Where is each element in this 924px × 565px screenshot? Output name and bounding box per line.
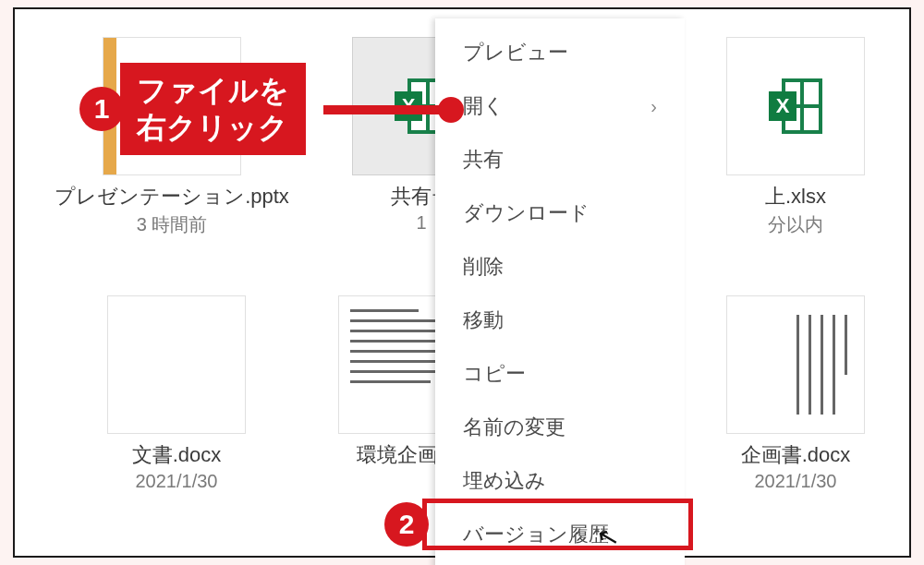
annotation-number-badge-2: 2 — [384, 502, 429, 547]
file-item[interactable]: 文書.docx 2021/1/30 — [84, 295, 269, 492]
xlsx-icon: X — [769, 78, 822, 134]
file-time: 3 時間前 — [52, 212, 292, 237]
file-name: 文書.docx — [84, 441, 269, 469]
ctx-item-preview[interactable]: プレビュー — [435, 26, 685, 79]
file-name: 上.xlsx — [694, 183, 897, 210]
ctx-item-share[interactable]: 共有 — [435, 133, 685, 186]
ctx-item-version-history[interactable]: バージョン履歴 — [435, 508, 685, 561]
annotation-label: ファイルを 右クリック — [120, 63, 306, 155]
annotation-arrow-dot — [438, 97, 464, 123]
ctx-item-download[interactable]: ダウンロード — [435, 186, 685, 240]
file-name: 企画書.docx — [694, 441, 897, 469]
ctx-item-details[interactable]: 詳細 — [435, 561, 685, 565]
file-time: 2021/1/30 — [84, 471, 269, 492]
annotation-number-badge: 1 — [79, 87, 124, 131]
file-thumbnail-xlsx: X — [726, 37, 865, 175]
file-time: 2021/1/30 — [694, 471, 897, 492]
ctx-item-open[interactable]: 開く › — [435, 79, 685, 133]
file-name: プレゼンテーション.pptx — [52, 183, 292, 210]
annotation-arrow-line — [323, 105, 444, 114]
file-thumbnail-docx — [726, 295, 865, 434]
ctx-item-rename[interactable]: 名前の変更 — [435, 401, 685, 454]
chevron-right-icon: › — [650, 96, 657, 117]
app-frame: プレゼンテーション.pptx 3 時間前 X 共有テ 1 X 上.xlsx — [13, 7, 911, 558]
ctx-item-move[interactable]: 移動 — [435, 294, 685, 347]
file-item[interactable]: 企画書.docx 2021/1/30 — [694, 295, 897, 492]
file-item[interactable]: X 上.xlsx 分以内 — [694, 37, 897, 237]
ctx-item-delete[interactable]: 削除 — [435, 240, 685, 294]
ctx-item-embed[interactable]: 埋め込み — [435, 454, 685, 508]
file-time: 分以内 — [694, 212, 897, 237]
annotation-callout-1: 1 ファイルを 右クリック — [79, 63, 306, 155]
context-menu: プレビュー 開く › 共有 ダウンロード 削除 移動 コピー 名前の変更 埋め込… — [435, 18, 685, 565]
ctx-item-copy[interactable]: コピー — [435, 347, 685, 401]
file-thumbnail-docx — [107, 295, 246, 434]
